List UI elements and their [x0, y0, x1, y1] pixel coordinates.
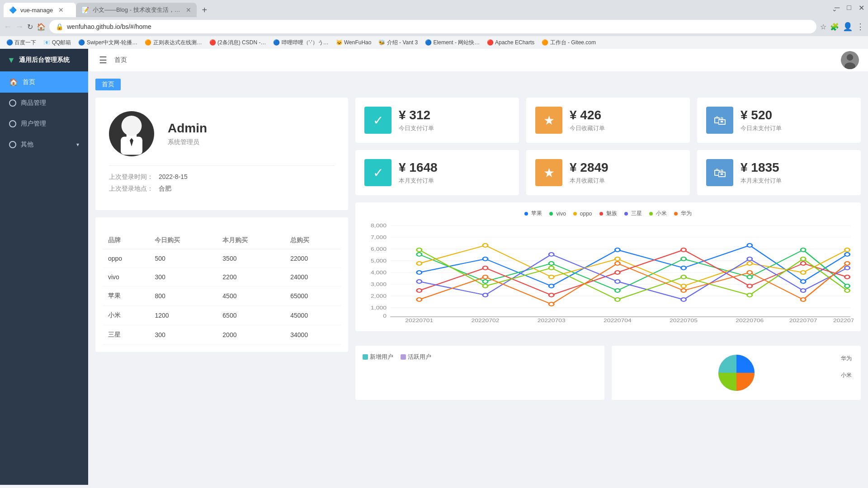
svg-point-62	[615, 271, 620, 274]
bookmark-star-button[interactable]: ☆	[820, 23, 826, 31]
topbar-breadcrumb: 首页	[114, 56, 127, 64]
bookmark-baidu[interactable]: 🔵 百度一下	[4, 38, 39, 47]
svg-point-87	[681, 289, 686, 292]
user-avatar[interactable]	[841, 51, 859, 69]
home-nav-button[interactable]: 🏠	[37, 23, 46, 31]
bookmark-regex[interactable]: 🟠 正则表达式在线测…	[142, 38, 204, 47]
toggle-sidebar-button[interactable]: ☰	[97, 53, 109, 67]
stat-icon: ★	[535, 107, 562, 134]
table-row: 三星300200034000	[103, 325, 341, 345]
stat-amount: ¥ 1648	[399, 160, 510, 175]
svg-point-55	[681, 284, 686, 288]
svg-point-70	[615, 280, 620, 283]
svg-point-47	[681, 257, 686, 261]
svg-point-88	[747, 271, 752, 274]
tab-title-2: 小文——Blog - 技术改变生活，…	[93, 6, 180, 14]
svg-point-66	[845, 275, 850, 279]
menu-button[interactable]: ⋮	[856, 22, 864, 32]
svg-point-41	[801, 280, 806, 283]
stat-icon: ★	[535, 159, 562, 186]
legend-label: oppo	[580, 211, 592, 217]
svg-point-82	[845, 289, 850, 292]
svg-point-49	[801, 248, 806, 252]
svg-point-59	[417, 289, 422, 292]
bookmark-vant[interactable]: 🐝 介绍 - Vant 3	[376, 38, 420, 47]
bookmark-bilibili[interactable]: 🔵 哔哩哔哩（'·'）う…	[270, 38, 331, 47]
svg-point-74	[845, 266, 850, 270]
stat-card: 🛍¥ 1835本月未支付订单	[697, 150, 861, 195]
svg-point-43	[417, 253, 422, 256]
stat-amount: ¥ 2849	[570, 160, 681, 175]
bookmark-qqmail[interactable]: 📧 QQ邮箱	[41, 38, 74, 47]
stat-amount: ¥ 426	[570, 108, 681, 122]
svg-point-61	[549, 293, 554, 297]
sidebar-item-other[interactable]: 其他 ▾	[0, 134, 88, 155]
reload-button[interactable]: ↻	[27, 23, 33, 31]
stat-label: 本月收藏订单	[570, 177, 681, 185]
svg-point-52	[483, 244, 488, 247]
sidebar-home-label: 首页	[23, 78, 35, 86]
svg-point-37	[549, 284, 554, 288]
bookmarks-bar: 🔵 百度一下 📧 QQ邮箱 🔵 Swiper中文网-轮播… 🟠 正则表达式在线测…	[0, 36, 868, 49]
svg-point-46	[615, 289, 620, 292]
sidebar-item-goods[interactable]: 商品管理	[0, 93, 88, 113]
svg-text:20220702: 20220702	[472, 318, 500, 322]
svg-point-78	[615, 298, 620, 301]
bookmark-echarts[interactable]: 🔴 Apache ECharts	[484, 38, 537, 47]
svg-point-42	[845, 253, 850, 256]
new-tab-button[interactable]: +	[198, 3, 211, 17]
sidebar-other-label: 其他	[21, 141, 33, 149]
svg-text:5,000: 5,000	[371, 258, 387, 264]
profile-card: Admin 系统管理员 上次登录时间： 2022-8-15 上次登录地点：	[95, 98, 348, 210]
svg-text:20220704: 20220704	[604, 318, 632, 322]
bookmark-github[interactable]: 🐱 WenFuHao	[333, 38, 374, 47]
minimize-button[interactable]: ─	[835, 4, 840, 12]
bottom-left-legend: 新增用户 活跃用户	[363, 353, 597, 361]
avatar-circle	[109, 111, 154, 156]
legend-label: 华为	[681, 210, 692, 217]
svg-text:0: 0	[383, 314, 387, 319]
sidebar-menu: 🏠 首页 商品管理 用户管理 其他 ▾	[0, 71, 88, 485]
svg-point-64	[747, 284, 752, 288]
bookmark-csdn[interactable]: 🔴 (2条消息) CSDN -…	[207, 38, 269, 47]
maximize-button[interactable]: □	[847, 4, 851, 12]
svg-point-84	[483, 275, 488, 279]
tab-blog[interactable]: 📝 小文——Blog - 技术改变生活，… ✕	[76, 3, 197, 17]
active-users-legend-color	[401, 354, 406, 360]
svg-point-53	[549, 275, 554, 279]
extension-button[interactable]: 🧩	[830, 23, 839, 31]
svg-point-38	[615, 248, 620, 252]
profile-role: 系统管理员	[168, 138, 207, 146]
bookmark-element[interactable]: 🔵 Element - 网站快…	[422, 38, 482, 47]
line-chart-card: 苹果vivooppo魅族三星小米华为 8,000 7,000 6,000 5,0…	[355, 202, 861, 331]
pie-label-huawei: 华为	[841, 355, 852, 362]
users-icon	[9, 120, 16, 127]
stat-card: ★¥ 426今日收藏订单	[526, 98, 690, 143]
pie-label-xiaomi: 小米	[841, 371, 852, 379]
new-users-chart-card: 新增用户 活跃用户	[355, 346, 604, 400]
stat-icon: 🛍	[706, 159, 733, 186]
svg-point-65	[801, 262, 806, 265]
legend-item: 魅族	[599, 210, 617, 217]
profile-button[interactable]: 👤	[843, 22, 853, 32]
last-login-location-label: 上次登录地点：	[109, 185, 153, 193]
bookmark-gitee[interactable]: 🟠 工作台 - Gitee.com	[539, 38, 599, 47]
back-button[interactable]: ←	[4, 22, 12, 32]
close-window-button[interactable]: ✕	[859, 4, 864, 12]
address-bar[interactable]: 🔒 wenfuhao.github.io/bs/#/home	[49, 20, 816, 33]
sidebar-item-home[interactable]: 🏠 首页	[0, 71, 88, 93]
svg-point-57	[801, 271, 806, 274]
sidebar-item-users[interactable]: 用户管理	[0, 113, 88, 134]
tab-vue-manage[interactable]: 🔷 vue-manage ✕	[4, 3, 76, 17]
legend-item: 苹果	[524, 210, 542, 217]
tab-close-2[interactable]: ✕	[186, 6, 191, 14]
svg-point-75	[417, 248, 422, 252]
stat-label: 本月支付订单	[399, 177, 510, 185]
tab-close-1[interactable]: ✕	[58, 6, 64, 14]
bookmark-swiper[interactable]: 🔵 Swiper中文网-轮播…	[75, 38, 140, 47]
svg-point-86	[615, 262, 620, 265]
svg-text:3,000: 3,000	[371, 282, 387, 287]
legend-item: oppo	[573, 210, 592, 217]
forward-button[interactable]: →	[15, 22, 24, 32]
stat-card: ✓¥ 1648本月支付订单	[355, 150, 519, 195]
